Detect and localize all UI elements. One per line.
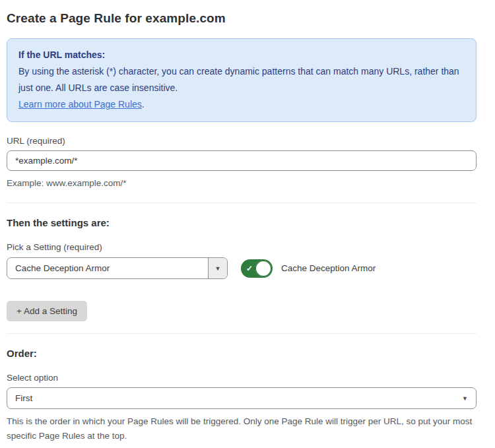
divider	[7, 333, 477, 334]
order-section-heading: Order:	[7, 348, 477, 359]
setting-picker-value: Cache Deception Armor	[7, 258, 208, 278]
setting-picker-caret-button[interactable]: ▼	[208, 258, 227, 278]
settings-section-heading: Then the settings are:	[7, 217, 477, 228]
info-box-body: By using the asterisk (*) character, you…	[18, 63, 465, 113]
toggle-knob	[255, 261, 271, 276]
divider	[7, 203, 477, 203]
add-setting-button[interactable]: + Add a Setting	[7, 301, 87, 321]
cache-deception-armor-toggle[interactable]: ✓	[241, 259, 273, 278]
order-select-value: First	[15, 393, 32, 403]
url-field-label: URL (required)	[7, 136, 477, 146]
learn-more-link[interactable]: Learn more about Page Rules	[18, 99, 142, 110]
create-page-rule-panel: Create a Page Rule for example.com If th…	[0, 0, 484, 448]
link-suffix: .	[142, 99, 145, 110]
toggle-label: Cache Deception Armor	[281, 263, 376, 273]
setting-row: Cache Deception Armor ▼ ✓ Cache Deceptio…	[7, 257, 477, 279]
setting-toggle-group: ✓ Cache Deception Armor	[241, 259, 376, 278]
caret-down-icon: ▼	[215, 265, 221, 272]
url-input[interactable]	[7, 150, 477, 171]
info-box-heading: If the URL matches:	[18, 47, 465, 63]
check-icon: ✓	[246, 265, 253, 272]
order-select[interactable]: First ▼	[7, 387, 477, 409]
caret-down-icon: ▼	[462, 395, 468, 402]
setting-picker-dropdown[interactable]: Cache Deception Armor ▼	[7, 257, 228, 279]
url-match-info-box: If the URL matches: By using the asteris…	[7, 38, 477, 122]
page-title: Create a Page Rule for example.com	[7, 11, 477, 26]
info-box-body-text: By using the asterisk (*) character, you…	[18, 66, 459, 93]
url-example-helper: Example: www.example.com/*	[7, 176, 477, 191]
order-select-label: Select option	[7, 373, 477, 383]
order-helper-text: This is the order in which your Page Rul…	[7, 414, 477, 443]
pick-setting-label: Pick a Setting (required)	[7, 242, 477, 252]
